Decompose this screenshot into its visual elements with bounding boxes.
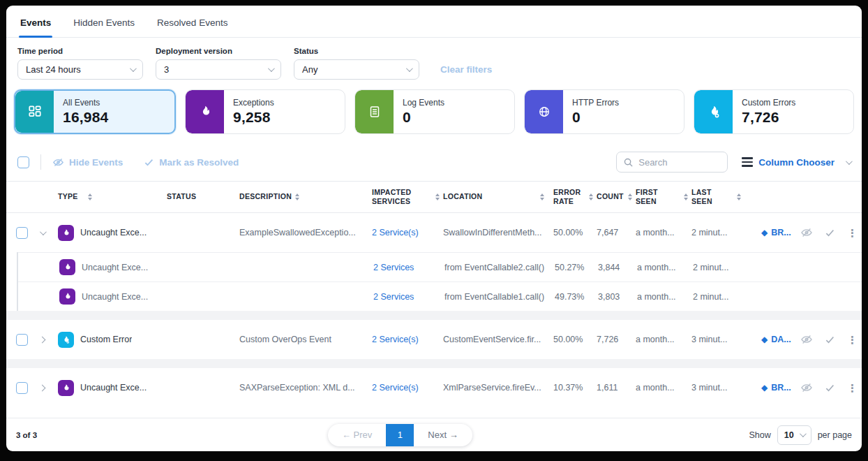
hide-events-button[interactable]: Hide Events: [52, 156, 123, 168]
prev-page-button[interactable]: ← Prev: [328, 430, 386, 440]
hide-event-icon[interactable]: [800, 333, 813, 346]
sort-icon: [589, 193, 593, 200]
event-location: from EventCallable2.call(): [444, 263, 555, 272]
services-link[interactable]: 2 Services: [373, 292, 414, 302]
kebab-menu-icon[interactable]: ⋮: [847, 335, 858, 345]
event-location: XmlParseService.fireEv...: [443, 383, 553, 393]
card-log-events[interactable]: Log Events 0: [354, 89, 515, 134]
card-all-events[interactable]: All Events 16,984: [14, 89, 176, 134]
row-group-separator: [6, 359, 862, 368]
card-label: HTTP Errors: [572, 98, 619, 108]
hide-event-icon[interactable]: [800, 226, 813, 239]
event-type: Uncaught Exce...: [82, 263, 148, 272]
event-count: 1,611: [597, 383, 636, 393]
flame-icon: [58, 380, 74, 396]
event-type: Uncaught Exce...: [80, 228, 147, 237]
grid-icon: [15, 91, 54, 133]
column-header-type[interactable]: TYPE: [58, 192, 164, 201]
column-header-error-rate[interactable]: ERROR RATE: [553, 188, 597, 206]
select-all-checkbox[interactable]: [17, 156, 29, 168]
jira-diamond-icon: ◆: [761, 335, 768, 344]
row-group-separator: [6, 311, 862, 320]
status-select[interactable]: Any: [294, 59, 419, 80]
card-http-errors[interactable]: HTTP Errors 0: [524, 89, 684, 134]
deployment-version-select[interactable]: 3: [156, 59, 281, 80]
chevron-right-icon[interactable]: [39, 336, 46, 343]
card-label: Log Events: [403, 98, 444, 108]
pagination: ← Prev 1 Next →: [328, 424, 472, 446]
column-header-location[interactable]: LOCATION: [443, 192, 553, 201]
per-page-label: per page: [818, 430, 852, 440]
chevron-down-icon: [130, 65, 137, 72]
current-page-button[interactable]: 1: [386, 424, 414, 446]
tab-events[interactable]: Events: [19, 9, 52, 37]
event-description: SAXParseException: XML d...: [239, 383, 372, 393]
search-icon: [623, 157, 634, 168]
chevron-right-icon[interactable]: [39, 384, 46, 391]
chevron-down-icon: [800, 430, 807, 437]
column-header-impacted-services[interactable]: IMPACTED SERVICES: [372, 188, 443, 206]
ticket-link[interactable]: BR...: [771, 228, 791, 237]
check-icon: [144, 157, 154, 168]
flame-gear-icon: [58, 332, 74, 348]
resolve-event-icon[interactable]: [825, 228, 835, 238]
services-link[interactable]: 2 Service(s): [372, 228, 419, 237]
tab-hidden-events[interactable]: Hidden Events: [72, 9, 136, 37]
services-link[interactable]: 2 Service(s): [372, 383, 419, 393]
expanded-group: Uncaught Exce... 2 Services from EventCa…: [17, 252, 862, 311]
services-link[interactable]: 2 Services: [373, 263, 414, 272]
table-subrow[interactable]: Uncaught Exce... 2 Services from EventCa…: [18, 252, 862, 281]
status-value: Any: [302, 64, 317, 75]
kebab-menu-icon[interactable]: ⋮: [847, 228, 858, 238]
hide-event-icon[interactable]: [800, 381, 813, 394]
ticket-link[interactable]: DA...: [771, 335, 791, 344]
services-link[interactable]: 2 Service(s): [372, 335, 419, 344]
column-chooser-button[interactable]: Column Chooser: [742, 157, 851, 168]
column-header-first-seen[interactable]: FIRST SEEN: [636, 188, 691, 206]
time-period-value: Last 24 hours: [26, 64, 81, 75]
kebab-menu-icon[interactable]: ⋮: [847, 383, 858, 393]
last-seen: 3 minut...: [691, 383, 744, 393]
table-row[interactable]: Custom Error Custom OverOps Event 2 Serv…: [6, 320, 862, 359]
table-row[interactable]: Uncaught Exce... ExampleSwallowedExcepti…: [6, 213, 862, 252]
error-rate: 50.00%: [553, 228, 597, 237]
table-subrow[interactable]: Uncaught Exce... 2 Services from EventCa…: [18, 281, 862, 311]
next-page-button[interactable]: Next →: [414, 430, 472, 440]
sort-icon: [295, 193, 299, 200]
hide-events-label: Hide Events: [69, 157, 123, 168]
table-row[interactable]: Uncaught Exce... SAXParseException: XML …: [6, 368, 862, 407]
clear-filters-button[interactable]: Clear filters: [440, 64, 492, 75]
row-checkbox[interactable]: [16, 382, 28, 394]
tab-resolved-events[interactable]: Resolved Events: [156, 9, 229, 37]
time-period-select[interactable]: Last 24 hours: [17, 59, 143, 80]
card-value: 0: [572, 109, 619, 126]
table-footer: 3 of 3 ← Prev 1 Next → Show 10 per page: [6, 418, 862, 451]
event-count: 3,844: [598, 263, 637, 272]
card-label: All Events: [63, 98, 108, 108]
row-checkbox[interactable]: [16, 227, 28, 239]
search-box[interactable]: [616, 152, 728, 173]
first-seen: a month...: [637, 263, 693, 272]
card-exceptions[interactable]: Exceptions 9,258: [185, 89, 345, 134]
sort-icon: [435, 193, 440, 200]
event-description: Custom OverOps Event: [239, 335, 372, 344]
event-count: 7,726: [597, 335, 636, 344]
column-header-description[interactable]: DESCRIPTION: [239, 192, 372, 201]
card-custom-errors[interactable]: Custom Errors 7,726: [694, 89, 854, 134]
search-input[interactable]: [638, 157, 715, 168]
ticket-link[interactable]: BR...: [771, 383, 791, 393]
row-checkbox[interactable]: [16, 334, 28, 346]
deployment-version-value: 3: [164, 64, 169, 75]
resolve-event-icon[interactable]: [825, 335, 835, 345]
column-header-count[interactable]: COUNT: [597, 192, 636, 201]
chevron-down-icon[interactable]: [40, 228, 47, 235]
jira-diamond-icon: ◆: [761, 228, 768, 237]
mark-resolved-button[interactable]: Mark as Resolved: [144, 157, 239, 168]
resolve-event-icon[interactable]: [825, 383, 835, 393]
last-seen: 2 minut...: [693, 263, 746, 272]
page-size-select[interactable]: 10: [777, 425, 811, 445]
first-seen: a month...: [636, 335, 691, 344]
hamburger-icon: [742, 157, 753, 166]
event-location: CustomEventService.fir...: [443, 335, 553, 344]
column-header-last-seen[interactable]: LAST SEEN: [691, 188, 744, 206]
